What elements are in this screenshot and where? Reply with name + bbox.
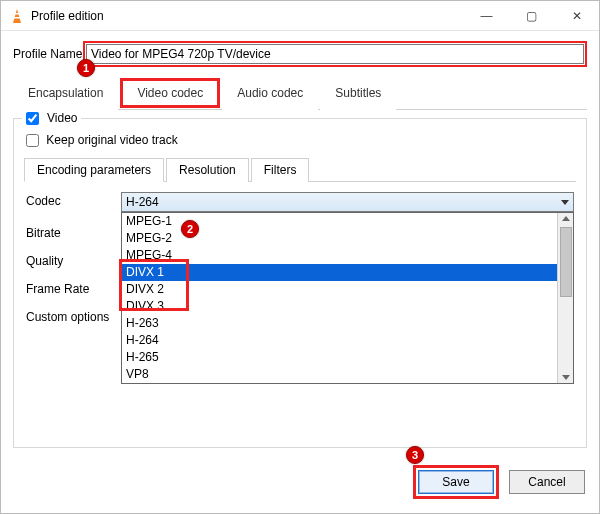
inner-tab-encoding[interactable]: Encoding parameters <box>24 158 164 182</box>
video-groupbox: Video Keep original video track Encoding… <box>13 118 587 448</box>
codec-combobox[interactable]: H-264 <box>121 192 574 212</box>
codec-option-divx1[interactable]: DIVX 1 <box>122 264 557 281</box>
inner-tabs: Encoding parameters Resolution Filters <box>24 157 576 182</box>
codec-option-h265[interactable]: H-265 <box>122 349 557 366</box>
frame-rate-label: Frame Rate <box>26 280 121 296</box>
save-highlight-box: 3 Save <box>413 465 499 499</box>
codec-option-h264[interactable]: H-264 <box>122 332 557 349</box>
custom-options-label: Custom options <box>26 308 121 324</box>
codec-dropdown: MPEG-1 MPEG-2 MPEG-4 DIVX 1 DIVX 2 DIVX … <box>121 212 574 384</box>
inner-tab-resolution[interactable]: Resolution <box>166 158 249 182</box>
close-button[interactable]: ✕ <box>554 1 599 30</box>
dialog-content: Profile Name 1 Encapsulation Video codec… <box>1 31 599 448</box>
title-bar: Profile edition — ▢ ✕ <box>1 1 599 31</box>
maximize-button[interactable]: ▢ <box>509 1 554 30</box>
save-button[interactable]: Save <box>418 470 494 494</box>
profile-name-row: Profile Name 1 <box>13 41 587 67</box>
svg-rect-2 <box>14 17 20 19</box>
video-enable-label: Video <box>47 111 77 125</box>
video-enable-checkbox[interactable] <box>26 112 39 125</box>
quality-label: Quality <box>26 252 121 268</box>
codec-option-divx3[interactable]: DIVX 3 <box>122 298 557 315</box>
svg-rect-1 <box>15 13 20 15</box>
scrollbar-thumb[interactable] <box>560 227 572 297</box>
tab-encapsulation[interactable]: Encapsulation <box>13 80 118 110</box>
inner-tab-filters[interactable]: Filters <box>251 158 310 182</box>
encoding-parameters-pane: Codec H-264 MPEG-1 MPEG-2 MPEG-4 DIVX 1 <box>24 182 576 324</box>
codec-row: Codec H-264 MPEG-1 MPEG-2 MPEG-4 DIVX 1 <box>26 192 574 212</box>
video-checkbox-legend: Video <box>22 111 81 125</box>
profile-name-label: Profile Name <box>13 47 83 61</box>
profile-name-input[interactable] <box>86 44 584 64</box>
codec-selected-value: H-264 <box>126 195 159 209</box>
tab-subtitles[interactable]: Subtitles <box>320 80 396 110</box>
codec-option-mpeg4[interactable]: MPEG-4 <box>122 247 557 264</box>
window-title: Profile edition <box>31 9 464 23</box>
chevron-down-icon <box>561 200 569 205</box>
vlc-cone-icon <box>9 8 25 24</box>
bitrate-label: Bitrate <box>26 224 121 240</box>
codec-dropdown-list: MPEG-1 MPEG-2 MPEG-4 DIVX 1 DIVX 2 DIVX … <box>122 213 557 383</box>
cancel-button[interactable]: Cancel <box>509 470 585 494</box>
minimize-button[interactable]: — <box>464 1 509 30</box>
keep-original-label: Keep original video track <box>46 133 177 147</box>
annotation-badge-3: 3 <box>406 446 424 464</box>
tab-video-codec[interactable]: Video codec <box>120 78 220 108</box>
codec-option-vp8[interactable]: VP8 <box>122 366 557 383</box>
profile-name-highlight <box>83 41 587 67</box>
window-controls: — ▢ ✕ <box>464 1 599 30</box>
keep-original-checkbox[interactable] <box>26 134 39 147</box>
main-tabs: Encapsulation Video codec Audio codec Su… <box>13 79 587 110</box>
tab-audio-codec[interactable]: Audio codec <box>222 80 318 110</box>
codec-option-divx2[interactable]: DIVX 2 <box>122 281 557 298</box>
annotation-badge-1: 1 <box>77 59 95 77</box>
profile-edition-window: Profile edition — ▢ ✕ Profile Name 1 Enc… <box>0 0 600 514</box>
dialog-buttons: 3 Save Cancel <box>413 465 585 499</box>
codec-combo-area: H-264 MPEG-1 MPEG-2 MPEG-4 DIVX 1 DIVX 2… <box>121 192 574 212</box>
dropdown-scrollbar[interactable] <box>557 213 573 383</box>
codec-label: Codec <box>26 192 121 208</box>
keep-original-row: Keep original video track <box>26 133 576 147</box>
codec-option-h263[interactable]: H-263 <box>122 315 557 332</box>
svg-marker-0 <box>13 9 21 23</box>
